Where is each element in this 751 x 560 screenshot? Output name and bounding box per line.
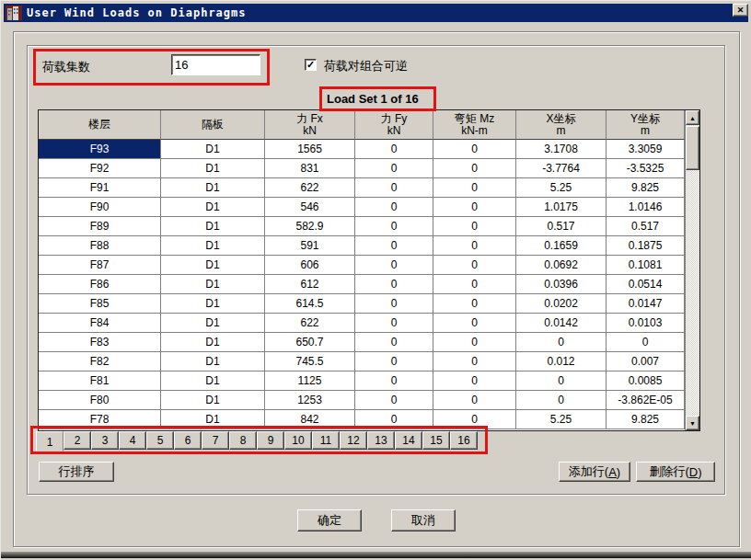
- table-cell[interactable]: D1: [161, 275, 265, 294]
- table-cell[interactable]: 0: [355, 236, 433, 256]
- table-row[interactable]: F80D11253000-3.862E-05: [39, 391, 699, 410]
- table-cell[interactable]: F85: [39, 294, 161, 314]
- table-cell[interactable]: F90: [39, 198, 161, 217]
- delete-row-button[interactable]: 删除行(D): [636, 462, 715, 482]
- table-cell[interactable]: D1: [161, 198, 265, 217]
- table-cell[interactable]: 0: [433, 410, 516, 429]
- table-cell[interactable]: 0.0202: [516, 294, 607, 314]
- table-row[interactable]: F81D111250000.0085: [39, 371, 699, 391]
- table-cell[interactable]: 612: [265, 275, 355, 294]
- table-cell[interactable]: F91: [39, 178, 161, 198]
- table-cell[interactable]: 0.1081: [607, 256, 685, 275]
- table-cell[interactable]: 0: [516, 371, 607, 391]
- table-cell[interactable]: D1: [161, 371, 265, 391]
- table-cell[interactable]: 0: [355, 178, 433, 198]
- table-cell[interactable]: F88: [39, 236, 161, 256]
- table-cell[interactable]: D1: [161, 159, 265, 178]
- table-cell[interactable]: 614.5: [265, 294, 355, 314]
- table-cell[interactable]: 0: [355, 410, 433, 429]
- table-cell[interactable]: 0.0514: [607, 275, 685, 294]
- tab-1[interactable]: 1: [36, 431, 64, 451]
- table-cell[interactable]: 0: [355, 352, 433, 371]
- table-cell[interactable]: 0.517: [516, 217, 607, 236]
- table-cell[interactable]: 0: [516, 333, 607, 352]
- tab-15[interactable]: 15: [422, 431, 450, 450]
- table-cell[interactable]: 0: [433, 256, 516, 275]
- tab-8[interactable]: 8: [229, 431, 257, 450]
- table-cell[interactable]: 0: [433, 352, 516, 371]
- add-row-button[interactable]: 添加行(A): [559, 462, 630, 482]
- table-cell[interactable]: 842: [265, 410, 355, 429]
- table-cell[interactable]: 0: [433, 159, 516, 178]
- tab-7[interactable]: 7: [202, 431, 229, 450]
- table-row[interactable]: F93D11565003.17083.3059: [39, 140, 699, 159]
- table-cell[interactable]: 1253: [265, 391, 355, 410]
- table-cell[interactable]: 546: [265, 198, 355, 217]
- scroll-thumb[interactable]: [686, 126, 699, 170]
- table-cell[interactable]: 5.25: [516, 410, 607, 429]
- tab-2[interactable]: 2: [64, 431, 91, 450]
- table-cell[interactable]: 0.012: [516, 352, 607, 371]
- table-row[interactable]: F87D1606000.06920.1081: [39, 256, 699, 275]
- table-cell[interactable]: 0: [607, 333, 685, 352]
- table-cell[interactable]: 0.0103: [607, 314, 685, 333]
- table-cell[interactable]: F81: [39, 371, 161, 391]
- table-cell[interactable]: D1: [161, 217, 265, 236]
- table-cell[interactable]: D1: [161, 294, 265, 314]
- table-cell[interactable]: F86: [39, 275, 161, 294]
- table-cell[interactable]: 0: [433, 140, 516, 159]
- table-cell[interactable]: 831: [265, 159, 355, 178]
- table-cell[interactable]: 0: [355, 391, 433, 410]
- table-cell[interactable]: 0: [355, 217, 433, 236]
- table-cell[interactable]: 0: [433, 275, 516, 294]
- table-row[interactable]: F83D1650.70000: [39, 333, 699, 352]
- table-cell[interactable]: 9.825: [607, 410, 685, 429]
- table-cell[interactable]: 0.007: [607, 352, 685, 371]
- table-cell[interactable]: F82: [39, 352, 161, 371]
- table-cell[interactable]: 0: [516, 391, 607, 410]
- table-cell[interactable]: 0: [355, 140, 433, 159]
- table-cell[interactable]: D1: [161, 410, 265, 429]
- table-cell[interactable]: 0: [355, 275, 433, 294]
- table-cell[interactable]: 0: [355, 159, 433, 178]
- scroll-down-button[interactable]: ▼: [686, 416, 699, 430]
- table-cell[interactable]: 591: [265, 236, 355, 256]
- scroll-up-button[interactable]: ▲: [686, 110, 699, 125]
- table-row[interactable]: F88D1591000.16590.1875: [39, 236, 699, 256]
- table-cell[interactable]: D1: [161, 391, 265, 410]
- table-cell[interactable]: 622: [265, 314, 355, 333]
- table-cell[interactable]: F78: [39, 410, 161, 429]
- table-cell[interactable]: 0: [433, 333, 516, 352]
- table-cell[interactable]: 0: [355, 198, 433, 217]
- table-row[interactable]: F85D1614.5000.02020.0147: [39, 294, 699, 314]
- table-cell[interactable]: D1: [161, 333, 265, 352]
- tab-5[interactable]: 5: [146, 431, 174, 450]
- table-cell[interactable]: F92: [39, 159, 161, 178]
- table-cell[interactable]: F80: [39, 391, 161, 410]
- table-cell[interactable]: 0: [433, 198, 516, 217]
- table-cell[interactable]: 622: [265, 178, 355, 198]
- table-cell[interactable]: 3.3059: [607, 140, 685, 159]
- table-cell[interactable]: 0: [355, 256, 433, 275]
- table-cell[interactable]: 0.0692: [516, 256, 607, 275]
- reversible-checkbox[interactable]: ✓: [305, 59, 317, 71]
- tab-11[interactable]: 11: [312, 431, 340, 450]
- table-cell[interactable]: 0: [433, 236, 516, 256]
- table-cell[interactable]: 0: [433, 391, 516, 410]
- table-cell[interactable]: 0.517: [607, 217, 685, 236]
- table-cell[interactable]: 0: [433, 314, 516, 333]
- tab-6[interactable]: 6: [174, 431, 202, 450]
- table-cell[interactable]: 0: [433, 178, 516, 198]
- load-sets-input[interactable]: [171, 54, 260, 75]
- tab-13[interactable]: 13: [367, 431, 395, 450]
- table-cell[interactable]: F84: [39, 314, 161, 333]
- table-cell[interactable]: 0: [355, 314, 433, 333]
- table-cell[interactable]: 1125: [265, 371, 355, 391]
- table-cell[interactable]: 1.0175: [516, 198, 607, 217]
- table-cell[interactable]: F83: [39, 333, 161, 352]
- tab-10[interactable]: 10: [284, 431, 312, 450]
- table-cell[interactable]: 0.0085: [607, 371, 685, 391]
- table-row[interactable]: F91D1622005.259.825: [39, 178, 699, 198]
- table-cell[interactable]: 606: [265, 256, 355, 275]
- table-row[interactable]: F89D1582.9000.5170.517: [39, 217, 699, 236]
